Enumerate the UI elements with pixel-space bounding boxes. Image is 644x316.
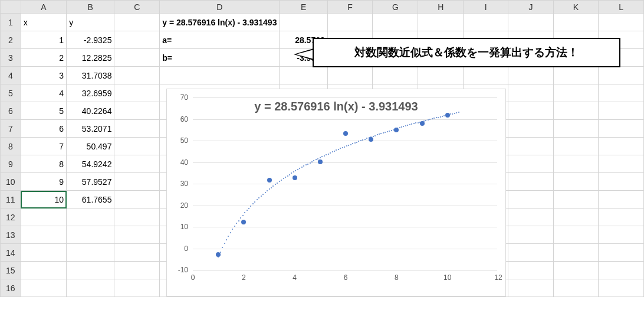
cell-L5[interactable]: [599, 84, 644, 102]
cell-C2[interactable]: [114, 31, 160, 49]
cell-B6[interactable]: 40.2264: [67, 102, 114, 120]
cell-B16[interactable]: [67, 279, 114, 297]
cell-H1[interactable]: [418, 14, 464, 31]
cell-J8[interactable]: [508, 138, 553, 155]
col-header-K[interactable]: K: [553, 1, 599, 14]
row-header-10[interactable]: 10: [1, 173, 21, 191]
row-header-14[interactable]: 14: [1, 244, 21, 262]
cell-J1[interactable]: [508, 14, 553, 31]
cell-A3[interactable]: 2: [21, 49, 66, 67]
cell-J12[interactable]: [508, 209, 553, 226]
cell-K11[interactable]: [553, 191, 599, 209]
cell-A7[interactable]: 6: [21, 120, 66, 138]
corner-cell[interactable]: [1, 1, 21, 14]
cell-B15[interactable]: [67, 262, 114, 279]
cell-K6[interactable]: [553, 102, 599, 120]
cell-A6[interactable]: 5: [21, 102, 66, 120]
data-point[interactable]: [445, 113, 450, 118]
data-point[interactable]: [394, 128, 399, 132]
row-header-6[interactable]: 6: [1, 102, 21, 120]
cell-D1[interactable]: y = 28.576916 ln(x) - 3.931493: [160, 14, 280, 31]
cell-K1[interactable]: [553, 14, 599, 31]
cell-D4[interactable]: [160, 67, 280, 84]
cell-B9[interactable]: 54.9242: [67, 155, 114, 173]
cell-K5[interactable]: [553, 84, 599, 102]
cell-J5[interactable]: [508, 84, 553, 102]
data-point[interactable]: [293, 175, 297, 180]
cell-L13[interactable]: [599, 226, 644, 244]
cell-F4[interactable]: [327, 67, 373, 84]
cell-A5[interactable]: 4: [21, 84, 66, 102]
cell-L6[interactable]: [599, 102, 644, 120]
cell-J4[interactable]: [508, 67, 553, 84]
col-header-I[interactable]: I: [464, 1, 508, 14]
cell-B4[interactable]: 31.7038: [67, 67, 114, 84]
cell-J11[interactable]: [508, 191, 553, 209]
cell-K7[interactable]: [553, 120, 599, 138]
col-header-L[interactable]: L: [599, 1, 644, 14]
col-header-H[interactable]: H: [418, 1, 464, 14]
cell-B12[interactable]: [67, 209, 114, 226]
cell-A4[interactable]: 3: [21, 67, 66, 84]
cell-J14[interactable]: [508, 244, 553, 262]
cell-C8[interactable]: [114, 138, 160, 155]
cell-K14[interactable]: [553, 244, 599, 262]
cell-L14[interactable]: [599, 244, 644, 262]
cell-A10[interactable]: 9: [21, 173, 66, 191]
cell-A15[interactable]: [21, 262, 66, 279]
cell-K16[interactable]: [553, 279, 599, 297]
cell-J9[interactable]: [508, 155, 553, 173]
cell-C1[interactable]: [114, 14, 160, 31]
row-header-2[interactable]: 2: [1, 31, 21, 49]
row-header-16[interactable]: 16: [1, 279, 21, 297]
cell-B13[interactable]: [67, 226, 114, 244]
row-header-13[interactable]: 13: [1, 226, 21, 244]
cell-K4[interactable]: [553, 67, 599, 84]
col-header-E[interactable]: E: [280, 1, 327, 14]
cell-L4[interactable]: [599, 67, 644, 84]
data-point[interactable]: [267, 178, 272, 183]
cell-J13[interactable]: [508, 226, 553, 244]
row-header-1[interactable]: 1: [1, 14, 21, 31]
cell-J6[interactable]: [508, 102, 553, 120]
data-point[interactable]: [420, 121, 425, 126]
cell-B5[interactable]: 32.6959: [67, 84, 114, 102]
cell-L1[interactable]: [599, 14, 644, 31]
cell-C7[interactable]: [114, 120, 160, 138]
cell-K9[interactable]: [553, 155, 599, 173]
cell-G1[interactable]: [373, 14, 418, 31]
cell-K13[interactable]: [553, 226, 599, 244]
cell-J16[interactable]: [508, 279, 553, 297]
cell-B8[interactable]: 50.497: [67, 138, 114, 155]
cell-J7[interactable]: [508, 120, 553, 138]
cell-G4[interactable]: [373, 67, 418, 84]
row-header-7[interactable]: 7: [1, 120, 21, 138]
cell-C13[interactable]: [114, 226, 160, 244]
cell-A8[interactable]: 7: [21, 138, 66, 155]
cell-L11[interactable]: [599, 191, 644, 209]
cell-D2[interactable]: a=: [160, 31, 280, 49]
cell-K12[interactable]: [553, 209, 599, 226]
cell-C5[interactable]: [114, 84, 160, 102]
cell-B1[interactable]: y: [67, 14, 114, 31]
cell-B11[interactable]: 61.7655: [67, 191, 114, 209]
cell-F1[interactable]: [327, 14, 373, 31]
cell-C6[interactable]: [114, 102, 160, 120]
cell-A9[interactable]: 8: [21, 155, 66, 173]
col-header-B[interactable]: B: [67, 1, 114, 14]
row-header-4[interactable]: 4: [1, 67, 21, 84]
cell-A16[interactable]: [21, 279, 66, 297]
cell-B2[interactable]: -2.9325: [67, 31, 114, 49]
data-point[interactable]: [318, 159, 323, 164]
data-point[interactable]: [216, 252, 221, 257]
row-header-3[interactable]: 3: [1, 49, 21, 67]
cell-C11[interactable]: [114, 191, 160, 209]
cell-C4[interactable]: [114, 67, 160, 84]
row-header-8[interactable]: 8: [1, 138, 21, 155]
cell-A12[interactable]: [21, 209, 66, 226]
cell-E1[interactable]: [280, 14, 327, 31]
cell-E4[interactable]: [280, 67, 327, 84]
col-header-C[interactable]: C: [114, 1, 160, 14]
col-header-D[interactable]: D: [160, 1, 280, 14]
col-header-A[interactable]: A: [21, 1, 66, 14]
